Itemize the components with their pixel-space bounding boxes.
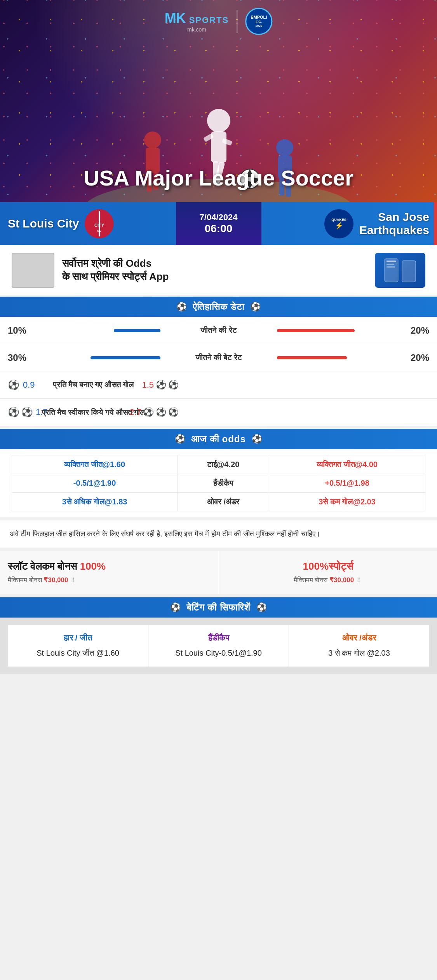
ball-icon-left: ⚽ (176, 302, 187, 312)
odds-over[interactable]: 3से अधिक गोल@1.83 (12, 493, 178, 511)
svg-rect-25 (387, 264, 394, 265)
ball-icon-2: ⚽ (156, 380, 166, 390)
svg-text:CITY: CITY (94, 223, 104, 228)
logo-area: MK SPORTS mk.com EMPOLI F.C. 1920 (165, 8, 272, 35)
rec-cell-handicap: हैंडीकैप St Louis City-0.5/1@1.90 (148, 625, 289, 667)
rec-grid: हार / जीत St Louis City जीत @1.60 हैंडीक… (0, 618, 437, 674)
svg-rect-2 (211, 131, 226, 163)
svg-rect-23 (402, 261, 416, 282)
bet-bar-right (277, 356, 347, 359)
ball-icon-6: ⚽ (143, 407, 154, 417)
bet-rate-right: 20% (398, 352, 429, 363)
promo-app-screenshot (375, 253, 425, 288)
ball-icon-7: ⚽ (156, 407, 166, 417)
bet-rate-left: 30% (8, 352, 39, 363)
svg-rect-24 (387, 261, 396, 262)
goals-scored-icons-left: ⚽ 0.9 (8, 380, 39, 390)
rec-type-3: ओवर /अंडर (295, 633, 423, 642)
odds-row-overunder: 3से अधिक गोल@1.83 ओवर /अंडर 3से कम गोल@2… (12, 493, 425, 511)
bonus-right-subtitle: मैक्सिमम बोनस ₹30,000 ！ (227, 576, 430, 584)
match-center: 7/04/2024 06:00 (176, 202, 261, 245)
goals-conceded-icons-right: 2.7 ⚽ ⚽ ⚽ (148, 407, 179, 417)
svg-point-11 (276, 139, 293, 156)
empoli-logo: EMPOLI F.C. 1920 (245, 8, 272, 35)
rec-value-1: St Louis City जीत @1.60 (14, 647, 142, 659)
rec-value-2: St Louis City-0.5/1@1.90 (154, 647, 283, 659)
promo-thumbnail (12, 253, 54, 288)
odds-handicap-home[interactable]: -0.5/1@1.90 (12, 474, 178, 493)
ball-icon-right: ⚽ (250, 302, 261, 312)
bonus-section[interactable]: स्लॉट वेलकम बोनस 100% मैक्सिमम बोनस ₹30,… (0, 551, 437, 594)
goals-scored-icons-right: 1.5 ⚽ ⚽ (148, 380, 179, 390)
promo-text: सर्वोत्तम श्रेणी की Odds के साथ प्रीमियर… (62, 257, 367, 284)
odds-section: ⚽ आज की odds ⚽ व्यक्तिगत जीत@1.60 टाई@4.… (0, 429, 437, 517)
match-date: 7/04/2024 (200, 212, 238, 222)
away-team-name: San Jose Earthquakes (359, 210, 429, 237)
bonus-right-title: 100%स्पोर्ट्स (227, 560, 430, 572)
rec-cell-win-loss: हार / जीत St Louis City जीत @1.60 (8, 625, 148, 667)
stat-row-avg-goals-conceded: ⚽ ⚽ 1.7 प्रति मैच स्वीकार किये गये औसत ग… (0, 399, 437, 426)
bonus-left-title: स्लॉट वेलकम बोनस 100% (8, 560, 211, 572)
ball-icon-4: ⚽ (8, 407, 19, 418)
ball-icon-odds-left: ⚽ (175, 434, 185, 444)
ball-icon-odds-right: ⚽ (252, 434, 262, 444)
ball-icon-1: ⚽ (8, 380, 19, 390)
odds-home-win[interactable]: व्यक्तिगत जीत@1.60 (12, 455, 178, 474)
odds-handicap-label: हैंडीकैप (178, 474, 269, 493)
odds-handicap-away[interactable]: +0.5/1@1.98 (269, 474, 425, 493)
odds-title: आज की odds (191, 434, 246, 444)
historical-title: ऐतिहासिक डेटा (193, 301, 245, 312)
historical-header: ⚽ ऐतिहासिक डेटा ⚽ (0, 297, 437, 317)
ball-icon-3: ⚽ (168, 380, 179, 390)
rec-header: ⚽ बेटिंग की सिफारिशें ⚽ (0, 597, 437, 618)
stat-row-bet-rate: 30% जीतने की बेट रेट 20% (0, 344, 437, 371)
stat-row-avg-goals-scored: ⚽ 0.9 प्रति मैच बनाए गए औसत गोल 1.5 ⚽ ⚽ (0, 371, 437, 399)
bet-rate-label: जीतने की बेट रेट (164, 353, 273, 362)
ball-icon-rec-right: ⚽ (256, 602, 267, 612)
win-rate-bars: जीतने की रेट (39, 326, 398, 335)
goals-scored-label: प्रति मैच बनाए गए औसत गोल (39, 380, 148, 389)
win-bar-right (277, 329, 355, 332)
odds-away-win[interactable]: व्यक्तिगत जीत@4.00 (269, 455, 425, 474)
svg-text:SC: SC (97, 229, 101, 233)
svg-point-1 (207, 109, 230, 132)
goals-conceded-icons-left: ⚽ ⚽ 1.7 (8, 407, 39, 418)
odds-row-win: व्यक्तिगत जीत@1.60 टाई@4.20 व्यक्तिगत जी… (12, 455, 425, 474)
bet-bar-left (91, 356, 160, 359)
win-rate-right: 20% (398, 325, 429, 336)
rec-type-1: हार / जीत (14, 633, 142, 642)
svg-text:⚡: ⚡ (334, 221, 343, 230)
away-team-logo: QUAKES ⚡ (324, 209, 353, 238)
win-rate-label: जीतने की रेट (164, 326, 273, 335)
win-rate-left: 10% (8, 325, 39, 336)
rec-type-2: हैंडीकैप (154, 633, 283, 642)
home-team-name: St Louis City (8, 217, 79, 230)
rec-value-3: 3 से कम गोल @2.03 (295, 647, 423, 659)
svg-rect-26 (387, 266, 395, 268)
odds-under[interactable]: 3से कम गोल@2.03 (269, 493, 425, 511)
ball-icon-5: ⚽ (21, 407, 33, 418)
home-team: St Louis City CITY SC (0, 209, 176, 238)
away-team: QUAKES ⚡ San Jose Earthquakes (261, 209, 437, 238)
stat-row-win-rate: 10% जीतने की रेट 20% (0, 317, 437, 344)
promo-banner[interactable]: सर्वोत्तम श्रेणी की Odds के साथ प्रीमियर… (0, 245, 437, 297)
analysis-section: अवे टीम फिलहाल जीत हासिल करने के लिए संघ… (0, 520, 437, 548)
rec-cell-overunder: ओवर /अंडर 3 से कम गोल @2.03 (289, 625, 429, 667)
match-bar: St Louis City CITY SC 7/04/2024 06:00 QU… (0, 202, 437, 245)
bonus-card-right[interactable]: 100%स्पोर्ट्स मैक्सिमम बोनस ₹30,000 ！ (219, 551, 437, 594)
analysis-text: अवे टीम फिलहाल जीत हासिल करने के लिए संघ… (10, 528, 427, 540)
odds-header: ⚽ आज की odds ⚽ (0, 429, 437, 449)
ball-icon-8: ⚽ (168, 407, 179, 417)
win-bar-left (114, 329, 160, 332)
hero-banner: MK SPORTS mk.com EMPOLI F.C. 1920 (0, 0, 437, 202)
odds-tie[interactable]: टाई@4.20 (178, 455, 269, 474)
val-goals-scored-left: 0.9 (23, 380, 35, 390)
hero-title: USA Major League Soccer (84, 165, 353, 191)
historical-section: ⚽ ऐतिहासिक डेटा ⚽ 10% जीतने की रेट 20% 3… (0, 297, 437, 426)
bonus-card-left[interactable]: स्लॉट वेलकम बोनस 100% मैक्सिमम बोनस ₹30,… (0, 551, 218, 594)
odds-row-handicap: -0.5/1@1.90 हैंडीकैप +0.5/1@1.98 (12, 474, 425, 493)
recommendations-section: ⚽ बेटिंग की सिफारिशें ⚽ हार / जीत St Lou… (0, 597, 437, 674)
red-accent (434, 202, 437, 245)
mk-sports-logo: MK SPORTS mk.com (165, 10, 229, 33)
odds-overunder-label: ओवर /अंडर (178, 493, 269, 511)
